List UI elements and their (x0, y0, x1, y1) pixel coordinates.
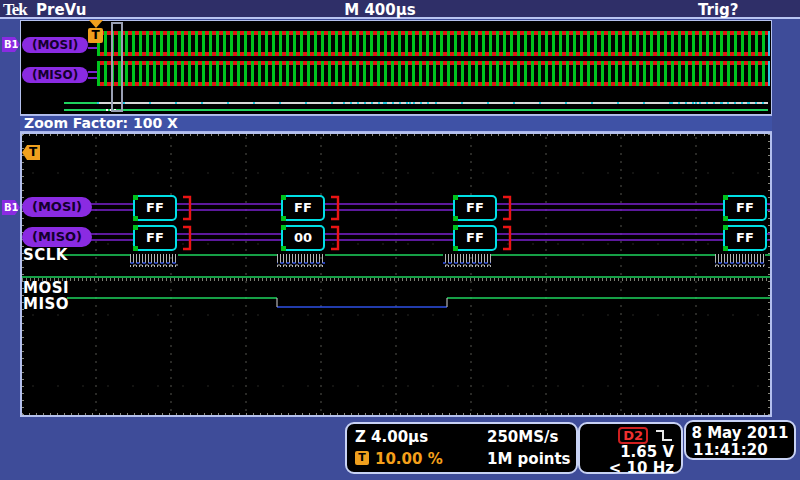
zoom-region-bracket[interactable] (111, 22, 123, 112)
zoom-factor-label: Zoom Factor: 100 X (24, 115, 178, 131)
bus-b1-badge-zoom: B1 (2, 200, 20, 215)
digital-overview-line-idle (64, 109, 768, 111)
acquisition-status: PreVu (36, 1, 86, 19)
record-end-marker (768, 61, 770, 86)
timebase-readout: M 400µs (280, 1, 480, 19)
acquisition-readout-box: Z 4.00µs 250MS/s T 10.00 % 1M points (345, 422, 578, 474)
falling-edge-icon (654, 429, 674, 442)
mosi-byte-value: FF (281, 195, 325, 221)
date-readout: 8 May 2011 (686, 424, 794, 442)
zoom-timebase-readout: Z 4.00µs (355, 428, 428, 446)
bus-stop-bits-bottom (97, 52, 768, 56)
trigger-readout-box: D2 1.65 V < 10 Hz (578, 422, 683, 474)
bus-label-mosi-zoom: (MOSI) (22, 197, 92, 217)
bus-b1-badge-overview: B1 (2, 37, 20, 52)
title-bar: Tek PreVu M 400µs Trig? (0, 0, 800, 19)
sclk-burst (715, 254, 765, 267)
miso-byte-value: 00 (281, 225, 325, 251)
trigger-position-marker-icon[interactable]: T (88, 28, 103, 43)
oscilloscope-screen: Tek PreVu M 400µs Trig? (MOSI) (MISO) (0, 0, 800, 480)
sample-rate-readout: 250MS/s (487, 428, 558, 446)
time-readout: 11:41:20 (693, 441, 768, 459)
bus-label-miso-overview: (MISO) (22, 67, 88, 83)
miso-byte-value: FF (133, 225, 177, 251)
trigger-source-readout: D2 (618, 427, 648, 444)
zoom-factor-bar: Zoom Factor: 100 X (20, 115, 772, 132)
mosi-byte-value: FF (723, 195, 767, 221)
record-end-marker (768, 31, 770, 56)
bus-stop-bits-top (97, 61, 768, 65)
record-length-readout: 1M points (487, 450, 571, 468)
trigger-status: Trig? (698, 1, 739, 19)
bus-label-miso-zoom: (MISO) (22, 227, 92, 247)
miso-channel-label: MISO (23, 295, 69, 313)
miso-trace-edges (277, 298, 447, 307)
bus-label-mosi-overview: (MOSI) (22, 37, 88, 53)
sclk-channel-label: SCLK (23, 246, 68, 264)
tek-logo: Tek (3, 0, 27, 20)
datetime-readout-box: 8 May 2011 11:41:20 (684, 420, 796, 460)
sclk-burst (130, 254, 178, 267)
bus-lines (90, 204, 770, 240)
mosi-byte-value: FF (133, 195, 177, 221)
miso-byte-value: FF (723, 225, 767, 251)
sclk-burst (443, 254, 491, 267)
transition-marks-dense (343, 102, 433, 104)
trigger-position-readout: 10.00 % (375, 450, 443, 468)
trigger-t-icon: T (355, 451, 369, 465)
mosi-bus-activity (97, 31, 768, 56)
miso-bus-activity (97, 61, 768, 86)
trigger-source-row: D2 (618, 427, 674, 444)
trigger-frequency-readout: < 10 Hz (609, 459, 674, 477)
zoom-waveform-window: T (20, 132, 772, 417)
bus-stop-bits-top (97, 31, 768, 35)
mosi-byte-value: FF (453, 195, 497, 221)
sclk-burst (277, 254, 325, 267)
transition-marks-dense (671, 102, 766, 104)
bus-stop-bits-bottom (97, 82, 768, 86)
bus-connector-miso (88, 71, 97, 79)
digital-overview-line-busy (97, 102, 768, 104)
record-overview-window: (MOSI) (MISO) (20, 20, 772, 115)
digital-overview-segment (64, 102, 97, 104)
miso-byte-value: FF (453, 225, 497, 251)
zoom-traces (22, 134, 770, 415)
